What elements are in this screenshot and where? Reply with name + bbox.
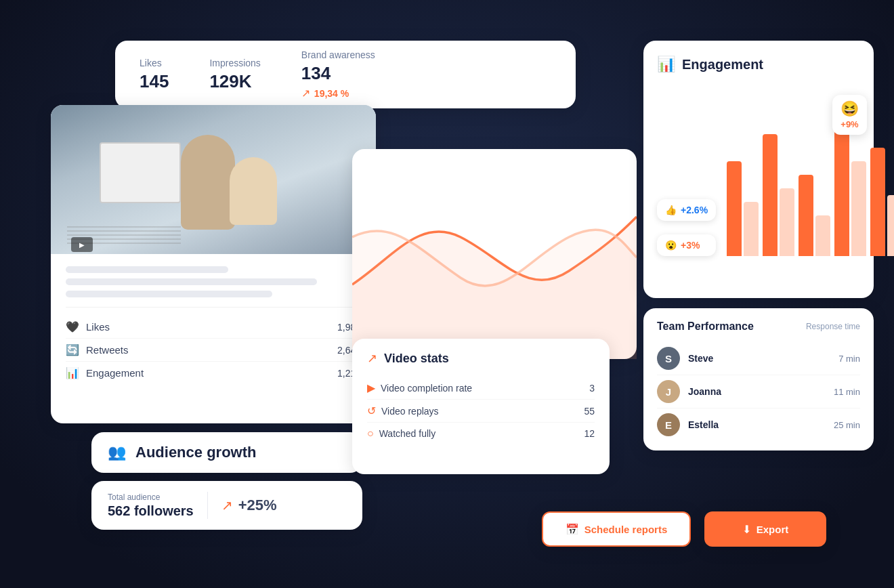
like-emoji: 👍 — [665, 205, 677, 215]
avatar-estella: E — [657, 413, 680, 436]
video-row-left-0: ▶Video completion rate — [367, 381, 472, 394]
haha-emoji: 😆 — [840, 100, 859, 118]
audience-icon: 👥 — [108, 444, 126, 461]
post-likes-label: Likes — [86, 321, 110, 333]
wave-chart-card — [352, 149, 637, 359]
video-row-value-1: 55 — [584, 406, 595, 417]
video-row-left-1: ↺Video replays — [367, 404, 439, 417]
avatar-joanna: J — [657, 380, 680, 403]
engagement-card: 📊 Engagement 👍 +2.6% 😮 +3% 😆 +9% — [643, 41, 874, 298]
bar-group-3 — [834, 121, 866, 256]
like-pct: +2.6% — [681, 205, 708, 215]
team-card: Team Performance Response time SSteve7 m… — [643, 308, 874, 450]
team-member-name-2: Estella — [688, 419, 826, 430]
video-row-label-2: Watched fully — [379, 428, 436, 439]
brand-pct: 19,34 % — [314, 88, 349, 99]
bar-dark-4 — [870, 148, 885, 256]
schedule-icon: 📅 — [566, 523, 579, 536]
total-label: Total audience — [108, 492, 194, 502]
post-likes-row: 🖤 Likes 1,984 — [66, 316, 361, 339]
team-member-name-1: Joanna — [688, 386, 826, 397]
wow-badge: 😮 +3% — [657, 234, 716, 256]
trending-icon: ↗ — [367, 351, 377, 366]
team-response-time-1: 11 min — [834, 387, 860, 397]
team-row-2: EEstella25 min — [657, 408, 860, 441]
team-col-label: Response time — [806, 322, 860, 331]
haha-badge: 😆 +9% — [832, 95, 867, 135]
bar-group-0 — [727, 161, 759, 256]
engagement-title: Engagement — [682, 57, 763, 72]
engagement-chart-icon: 📊 — [657, 56, 675, 73]
post-engagement-label: Engagement — [86, 367, 144, 379]
post-body: 🖤 Likes 1,984 🔄 Retweets 2,648 📊 Engagem… — [51, 254, 376, 396]
export-icon: ⬇ — [742, 523, 751, 536]
bar-group-2 — [799, 175, 830, 256]
bar-group-4 — [870, 148, 894, 256]
video-title: Video stats — [384, 352, 449, 366]
bar-group-1 — [763, 134, 794, 256]
schedule-label: Schedule reports — [584, 524, 668, 535]
schedule-reports-button[interactable]: 📅 Schedule reports — [542, 511, 691, 547]
stats-card: Likes 145 Impressions 129K Brand awarene… — [115, 41, 576, 108]
bar-dark-2 — [799, 175, 813, 256]
video-row-icon-2: ○ — [367, 427, 374, 440]
total-value: 562 followers — [108, 503, 194, 519]
likes-stat: Likes 145 — [140, 58, 169, 92]
brand-value: 134 — [301, 63, 375, 84]
post-engagement-row: 📊 Engagement 1,217 — [66, 362, 361, 384]
total-left: Total audience 562 followers — [108, 492, 194, 519]
video-row-0: ▶Video completion rate3 — [367, 377, 595, 400]
pct-value: +25% — [238, 497, 277, 514]
video-row-label-0: Video completion rate — [381, 383, 472, 394]
export-button[interactable]: ⬇ Export — [704, 511, 826, 547]
like-badge: 👍 +2.6% — [657, 199, 716, 221]
haha-pct: +9% — [840, 119, 858, 129]
bar-light-3 — [851, 161, 866, 256]
impressions-value: 129K — [209, 71, 260, 92]
post-retweets-row: 🔄 Retweets 2,648 — [66, 339, 361, 362]
video-row-icon-1: ↺ — [367, 404, 376, 417]
video-row-value-0: 3 — [589, 383, 595, 394]
likes-label: Likes — [140, 58, 169, 68]
heart-icon: 🖤 — [66, 320, 79, 333]
team-row-0: SSteve7 min — [657, 342, 860, 375]
video-row-icon-0: ▶ — [367, 381, 375, 394]
post-retweets-label: Retweets — [86, 344, 129, 356]
post-stats: 🖤 Likes 1,984 🔄 Retweets 2,648 📊 Engagem… — [66, 307, 361, 384]
post-card: ▶ 🖤 Likes 1,984 🔄 Retweets 2,648 — [51, 105, 376, 423]
team-response-time-0: 7 min — [838, 354, 860, 364]
video-row-2: ○Watched fully12 — [367, 423, 595, 444]
audience-growth-card: 👥 Audience growth — [91, 432, 362, 473]
team-list: SSteve7 minJJoanna11 minEEstella25 min — [657, 342, 860, 441]
brand-label: Brand awareness — [301, 49, 375, 60]
video-stats-card: ↗ Video stats ▶Video completion rate3↺Vi… — [352, 339, 610, 474]
bar-dark-3 — [834, 121, 849, 256]
bar-light-0 — [744, 202, 759, 256]
bar-dark-0 — [727, 161, 742, 256]
team-member-name-0: Steve — [688, 353, 830, 364]
engagement-icon: 📊 — [66, 366, 79, 379]
team-title: Team Performance — [657, 320, 754, 333]
bar-dark-1 — [763, 134, 778, 256]
video-rows-list: ▶Video completion rate3↺Video replays55○… — [367, 377, 595, 444]
audience-title: Audience growth — [135, 444, 256, 461]
video-row-left-2: ○Watched fully — [367, 427, 435, 440]
team-response-time-2: 25 min — [834, 420, 860, 430]
total-pct: ↗ +25% — [221, 497, 277, 514]
pct-arrow-icon: ↗ — [221, 497, 233, 513]
bar-light-2 — [815, 215, 830, 256]
avatar-steve: S — [657, 347, 680, 370]
brand-stat: Brand awareness 134 ↗ 19,34 % — [301, 49, 375, 100]
total-audience-card: Total audience 562 followers ↗ +25% — [91, 481, 362, 530]
engagement-bars — [727, 107, 894, 256]
post-image: ▶ — [51, 105, 376, 254]
impressions-stat: Impressions 129K — [209, 58, 260, 92]
impressions-label: Impressions — [209, 58, 260, 68]
bar-light-1 — [780, 188, 794, 256]
video-icon: ▶ — [71, 237, 93, 252]
export-label: Export — [757, 524, 789, 535]
video-row-value-2: 12 — [584, 428, 595, 439]
bar-light-4 — [887, 195, 894, 256]
video-row-label-1: Video replays — [381, 406, 439, 417]
retweet-icon: 🔄 — [66, 343, 79, 356]
